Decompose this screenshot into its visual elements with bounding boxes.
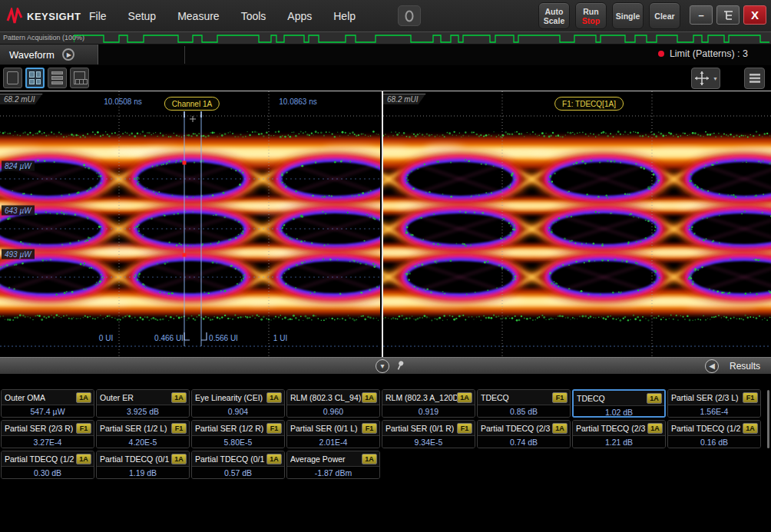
function-bubble[interactable]: F1: TDECQ[1A] xyxy=(554,97,624,111)
pan-move-button[interactable]: ▼ xyxy=(691,68,720,89)
source-badge: F1 xyxy=(743,392,758,403)
layout-quad-button[interactable] xyxy=(25,68,45,88)
tab-waveform[interactable]: Waveform ▶ xyxy=(0,45,98,64)
panel-menu-button[interactable] xyxy=(744,68,765,89)
result-value: 0.85 dB xyxy=(478,405,570,418)
layout-single-button[interactable] xyxy=(3,68,22,88)
result-label: Partial TDECQ (2/3 L) xyxy=(481,424,552,433)
ui-label: 1 UI xyxy=(273,334,287,342)
time-label: 10.0508 ns xyxy=(104,97,142,106)
brand-text: KEYSIGHT xyxy=(27,11,81,22)
result-value: 547.4 µW xyxy=(2,405,94,418)
amp-label: 643 µW xyxy=(2,206,35,216)
screenshot-camera-button[interactable] xyxy=(398,5,421,26)
result-cell[interactable]: Outer OMA1A547.4 µW xyxy=(1,389,94,418)
results-scrollbar[interactable] xyxy=(767,390,769,448)
waveform-display-area: 68.2 mUI Channel 1A 10.0508 ns10.0863 ns… xyxy=(0,91,771,357)
source-badge: F1 xyxy=(552,392,567,403)
result-cell[interactable]: Partial TDECQ (1/2 R)1A0.30 dB xyxy=(1,451,94,479)
source-badge: 1A xyxy=(647,393,662,404)
menu-setup[interactable]: Setup xyxy=(117,7,167,25)
menu-measure[interactable]: Measure xyxy=(167,7,230,25)
results-scroll-left-button[interactable]: ◀ xyxy=(705,359,719,373)
result-cell[interactable]: Partial SER (0/1 R)F19.34E-5 xyxy=(382,420,475,448)
result-label: Partial SER (0/1 L) xyxy=(290,424,358,433)
pin-icon[interactable] xyxy=(395,360,405,372)
result-row: Partial TDECQ (1/2 R)1A0.30 dBPartial TD… xyxy=(1,451,771,479)
minimize-button[interactable]: – xyxy=(690,5,713,25)
eye-panel-channel-1a[interactable]: 68.2 mUI Channel 1A 10.0508 ns10.0863 ns… xyxy=(0,91,383,357)
clear-button[interactable]: Clear xyxy=(649,2,680,29)
menu-tools[interactable]: Tools xyxy=(230,7,277,25)
window-buttons: – X xyxy=(690,5,766,25)
eye-diagram-channel-1a xyxy=(0,91,380,357)
result-label: Average Power xyxy=(290,454,346,464)
result-cell[interactable]: Partial TDECQ (0/1 L)1A1.19 dB xyxy=(96,451,190,479)
result-cell[interactable]: Partial SER (0/1 L)F12.01E-4 xyxy=(286,420,380,448)
result-label: Partial SER (2/3 R) xyxy=(5,424,73,433)
result-value: 0.919 xyxy=(382,405,475,418)
result-cell[interactable]: Partial TDECQ (0/1 R)1A0.57 dB xyxy=(191,451,285,479)
channel-bubble[interactable]: Channel 1A xyxy=(164,97,220,111)
result-cell[interactable]: TDECQF10.85 dB xyxy=(477,389,571,418)
menu-file[interactable]: File xyxy=(78,7,117,25)
flexdca-window: KEYSIGHT FileSetupMeasureToolsAppsHelp A… xyxy=(0,0,771,532)
result-label: Partial SER (0/1 R) xyxy=(386,424,454,433)
source-badge: F1 xyxy=(171,423,187,434)
source-badge: 1A xyxy=(76,454,91,464)
limit-dot-icon xyxy=(658,51,664,57)
result-cell[interactable]: Partial TDECQ (2/3 L)1A0.74 dB xyxy=(477,420,571,448)
result-cell[interactable]: TDECQ1A1.02 dB xyxy=(572,389,666,418)
measurement-results-grid: Outer OMA1A547.4 µWOuter ER1A3.925 dBEye… xyxy=(0,374,771,532)
result-cell[interactable]: Partial SER (2/3 L)F11.56E-4 xyxy=(667,389,761,418)
pattern-activity-waveform xyxy=(74,33,769,44)
result-cell[interactable]: Partial SER (2/3 R)F13.27E-4 xyxy=(1,420,94,448)
play-icon[interactable]: ▶ xyxy=(62,48,74,61)
collapse-chevron-button[interactable]: ▾ xyxy=(376,359,389,373)
result-value: 3.27E-4 xyxy=(2,435,94,448)
ui-label: 0.566 UI xyxy=(209,334,238,342)
menu-apps[interactable]: Apps xyxy=(276,7,323,25)
result-value: -1.87 dBm xyxy=(287,466,379,479)
source-badge: 1A xyxy=(457,392,472,403)
pattern-acquisition-label: Pattern Acquisition (100%) xyxy=(3,34,84,41)
source-badge: F1 xyxy=(266,423,282,434)
auto-scale-button[interactable]: AutoScale xyxy=(538,2,570,29)
eye-panel-tdecq-f1[interactable]: 68.2 mUI F1: TDECQ[1A] xyxy=(383,91,771,357)
move-crosshair-icon xyxy=(693,70,710,87)
result-cell[interactable]: Eye Linearity (CEI)1A0.904 xyxy=(191,389,285,418)
result-cell[interactable]: Outer ER1A3.925 dB xyxy=(96,389,190,418)
layout-stacked-button[interactable] xyxy=(48,68,67,88)
result-cell[interactable]: Average Power1A-1.87 dBm xyxy=(286,451,380,479)
source-badge: F1 xyxy=(76,423,91,434)
result-cell[interactable]: Partial SER (1/2 L)F14.20E-5 xyxy=(96,420,190,448)
source-badge: 1A xyxy=(743,423,758,434)
results-title: Results xyxy=(730,361,760,372)
layout-tabbed-button[interactable] xyxy=(70,68,89,88)
result-value: 5.80E-5 xyxy=(192,435,284,448)
result-cell[interactable]: RLM (802.3 A_120D)1A0.919 xyxy=(382,389,475,418)
menu-help[interactable]: Help xyxy=(323,7,366,25)
close-button[interactable]: X xyxy=(743,5,766,25)
result-cell[interactable]: Partial SER (1/2 R)F15.80E-5 xyxy=(191,420,285,448)
result-cell[interactable]: Partial TDECQ (2/3 R)1A1.21 dB xyxy=(572,420,666,448)
result-cell[interactable]: Partial TDECQ (1/2 L)1A0.16 dB xyxy=(667,420,761,448)
run-stop-button[interactable]: RunStop xyxy=(575,2,607,29)
result-value: 1.02 dB xyxy=(574,405,664,418)
result-value: 0.30 dB xyxy=(2,466,94,479)
single-pane-icon xyxy=(7,71,18,84)
result-value: 0.74 dB xyxy=(478,435,570,448)
source-badge: 1A xyxy=(647,423,663,434)
result-label: Partial TDECQ (1/2 L) xyxy=(671,424,743,433)
tab-label: Waveform xyxy=(9,49,55,61)
source-badge: 1A xyxy=(266,454,282,464)
result-cell[interactable]: RLM (802.3 CL_94)1A0.960 xyxy=(286,389,380,418)
caret-down-icon: ▼ xyxy=(713,76,718,81)
hamburger-menu-icon xyxy=(749,73,761,84)
amp-label: 824 µW xyxy=(2,161,35,171)
result-label: RLM (802.3 CL_94) xyxy=(290,393,361,402)
window-layout-button[interactable] xyxy=(716,5,740,25)
single-button[interactable]: Single xyxy=(612,2,644,29)
amp-label: 493 µW xyxy=(2,249,35,259)
tabbed-pane-icon xyxy=(74,71,85,84)
